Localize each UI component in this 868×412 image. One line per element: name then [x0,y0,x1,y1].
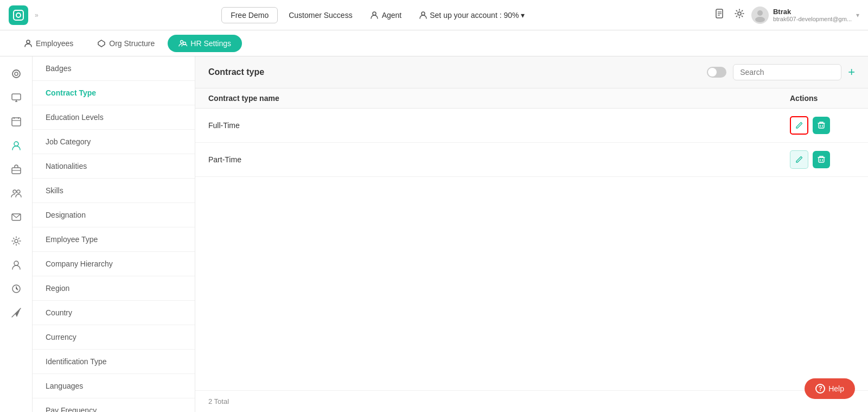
row-actions-part-time [790,150,855,169]
user-email: btrak607-development@gm... [773,16,852,22]
setup-icon [419,11,427,20]
main-layout: Badges Contract Type Education Levels Jo… [0,56,868,412]
svg-point-26 [13,190,16,193]
svg-point-10 [755,17,765,22]
delete-button-full-time[interactable] [813,117,830,134]
svg-point-8 [738,12,741,15]
app-logo [9,5,28,25]
nav-icons [714,8,745,22]
customer-success-button[interactable]: Customer Success [282,8,359,23]
total-label: 2 Total [208,397,229,405]
help-label: Help [828,384,844,393]
nav-group-icon-button[interactable] [5,182,27,204]
nav-user2-icon-button[interactable] [5,254,27,276]
table-header: Contract type name Actions [195,88,868,109]
nav-briefcase-icon-button[interactable] [5,159,27,180]
svg-point-15 [15,72,18,75]
row-name-full-time: Full-Time [208,121,790,130]
delete-icon [817,155,826,164]
tab-hr-settings[interactable]: HR Settings [168,35,242,52]
user-area[interactable]: Btrak btrak607-development@gm... ▾ [751,7,859,24]
hr-settings-tab-icon [178,39,187,48]
sidebar-item-contract-type[interactable]: Contract Type [33,81,195,105]
edit-icon [795,121,803,130]
logo-chevron-icon: » [35,11,39,19]
col-actions-header: Actions [790,94,855,103]
add-button[interactable]: + [848,65,855,79]
svg-point-27 [17,190,20,193]
content-area: Contract type + Contract type name Actio… [195,56,868,412]
sidebar-item-identification-type[interactable]: Identification Type [33,350,195,374]
sub-nav: Employees Org Structure HR Settings [0,30,868,56]
sidebar-item-job-category[interactable]: Job Category [33,130,195,154]
tab-org-structure[interactable]: Org Structure [86,35,165,52]
svg-rect-0 [14,10,23,20]
row-name-part-time: Part-Time [208,155,790,164]
nav-monitor-icon-button[interactable] [5,87,27,109]
sidebar-item-pay-frequency[interactable]: Pay Frequency [33,398,195,412]
free-demo-button[interactable]: Free Demo [221,7,278,23]
svg-rect-34 [819,123,824,128]
top-nav: » Free Demo Customer Success Agent Set u… [0,0,868,30]
nav-send-icon-button[interactable] [5,302,27,324]
toggle-switch[interactable] [707,67,726,78]
svg-point-2 [373,12,376,15]
sidebar-item-education-levels[interactable]: Education Levels [33,105,195,130]
help-icon: ? [815,384,825,394]
nav-calendar-icon-button[interactable] [5,111,27,132]
nav-settings-icon-button[interactable] [5,230,27,252]
svg-point-23 [14,142,18,146]
delete-icon [817,121,826,130]
help-button[interactable]: ? Help [805,378,855,399]
svg-rect-19 [12,118,21,126]
sidebar: Badges Contract Type Education Levels Jo… [33,56,195,412]
agent-button[interactable]: Agent [363,8,409,23]
user-name: Btrak [773,8,852,16]
edit-button-part-time[interactable] [790,150,808,169]
nav-person-icon-button[interactable] [5,135,27,156]
gear-icon-button[interactable] [734,8,745,22]
search-input[interactable] [733,64,841,80]
sidebar-item-skills[interactable]: Skills [33,179,195,203]
svg-rect-37 [819,157,824,162]
sidebar-item-company-hierarchy[interactable]: Company Hierarchy [33,252,195,276]
sidebar-item-employee-type[interactable]: Employee Type [33,227,195,252]
sidebar-item-badges[interactable]: Badges [33,56,195,81]
content-title: Contract type [208,67,700,77]
col-name-header: Contract type name [208,94,790,103]
sidebar-item-designation[interactable]: Designation [33,203,195,227]
edit-button-full-time[interactable] [790,116,808,135]
org-structure-tab-icon [97,39,106,48]
svg-point-11 [27,40,30,43]
tab-employees[interactable]: Employees [13,35,84,52]
svg-point-29 [15,239,18,243]
sidebar-item-nationalities[interactable]: Nationalities [33,154,195,179]
nav-clock-icon-button[interactable] [5,278,27,300]
sidebar-item-region[interactable]: Region [33,276,195,301]
edit-icon [795,155,803,164]
sidebar-item-currency[interactable]: Currency [33,325,195,350]
svg-point-1 [16,13,21,17]
svg-rect-16 [12,94,21,100]
svg-point-3 [422,12,425,15]
content-spacer [195,177,868,390]
row-actions-full-time [790,116,855,135]
document-icon-button[interactable] [714,8,725,22]
sidebar-item-country[interactable]: Country [33,301,195,325]
sidebar-item-languages[interactable]: Languages [33,374,195,398]
user-dropdown-icon: ▾ [856,11,859,19]
svg-point-14 [12,70,20,78]
setup-button[interactable]: Set up your account : 90% ▾ [412,8,531,23]
nav-mail-icon-button[interactable] [5,206,27,228]
nav-center: Free Demo Customer Success Agent Set up … [49,7,704,23]
svg-point-9 [757,10,763,16]
employees-tab-icon [24,39,33,48]
table-footer: 2 Total [195,390,868,412]
content-header: Contract type + [195,56,868,88]
svg-point-12 [181,40,183,43]
left-icon-nav [0,56,33,412]
nav-circle-icon-button[interactable] [5,63,27,85]
table-row: Part-Time [195,143,868,177]
delete-button-part-time[interactable] [813,151,830,168]
table-row: Full-Time [195,109,868,143]
